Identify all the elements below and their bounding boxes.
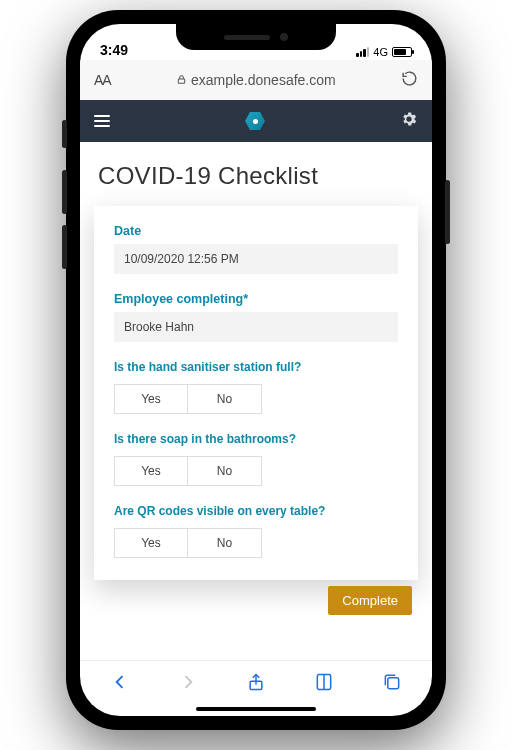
page-title: COVID-19 Checklist xyxy=(98,162,414,190)
back-button[interactable] xyxy=(110,672,130,692)
share-button[interactable] xyxy=(246,672,266,692)
bookmarks-button[interactable] xyxy=(314,672,334,692)
cellular-signal-icon xyxy=(356,47,369,57)
browser-url-bar: AA example.donesafe.com xyxy=(80,60,432,100)
question-2-options: Yes No xyxy=(114,456,398,486)
complete-button[interactable]: Complete xyxy=(328,586,412,615)
page-content: COVID-19 Checklist Date 10/09/2020 12:56… xyxy=(80,142,432,660)
q2-yes-button[interactable]: Yes xyxy=(114,456,188,486)
svg-rect-2 xyxy=(388,677,399,688)
phone-side-button xyxy=(62,170,67,214)
url-display[interactable]: example.donesafe.com xyxy=(121,72,391,88)
employee-label-text: Employee completing xyxy=(114,292,243,306)
q3-yes-button[interactable]: Yes xyxy=(114,528,188,558)
network-label: 4G xyxy=(373,46,388,58)
tabs-button[interactable] xyxy=(382,672,402,692)
lock-icon xyxy=(176,72,187,88)
form-card: Date 10/09/2020 12:56 PM Employee comple… xyxy=(94,206,418,580)
q1-no-button[interactable]: No xyxy=(188,384,262,414)
required-mark: * xyxy=(243,292,248,306)
question-3: Are QR codes visible on every table? xyxy=(114,504,398,518)
app-header xyxy=(80,100,432,142)
battery-icon xyxy=(392,47,412,57)
status-time: 3:49 xyxy=(100,42,128,58)
settings-button[interactable] xyxy=(400,110,418,132)
date-field[interactable]: 10/09/2020 12:56 PM xyxy=(114,244,398,274)
text-size-button[interactable]: AA xyxy=(94,72,111,88)
phone-notch xyxy=(176,24,336,50)
q2-no-button[interactable]: No xyxy=(188,456,262,486)
forward-button[interactable] xyxy=(178,672,198,692)
complete-row: Complete xyxy=(100,586,412,615)
status-right: 4G xyxy=(356,46,412,58)
app-logo-icon xyxy=(245,111,265,131)
phone-side-button xyxy=(62,120,67,148)
question-3-options: Yes No xyxy=(114,528,398,558)
menu-button[interactable] xyxy=(94,115,110,127)
phone-frame: 3:49 4G AA example.donesafe.com xyxy=(66,10,446,730)
home-indicator[interactable] xyxy=(80,702,432,716)
url-text: example.donesafe.com xyxy=(191,72,336,88)
date-label: Date xyxy=(114,224,398,238)
question-1: Is the hand sanitiser station full? xyxy=(114,360,398,374)
phone-side-button xyxy=(62,225,67,269)
question-2: Is there soap in the bathrooms? xyxy=(114,432,398,446)
question-1-options: Yes No xyxy=(114,384,398,414)
phone-screen: 3:49 4G AA example.donesafe.com xyxy=(80,24,432,716)
svg-rect-0 xyxy=(178,79,184,83)
refresh-button[interactable] xyxy=(401,70,418,90)
employee-field[interactable]: Brooke Hahn xyxy=(114,312,398,342)
phone-side-button xyxy=(445,180,450,244)
employee-label: Employee completing* xyxy=(114,292,398,306)
safari-toolbar xyxy=(80,660,432,702)
q1-yes-button[interactable]: Yes xyxy=(114,384,188,414)
q3-no-button[interactable]: No xyxy=(188,528,262,558)
